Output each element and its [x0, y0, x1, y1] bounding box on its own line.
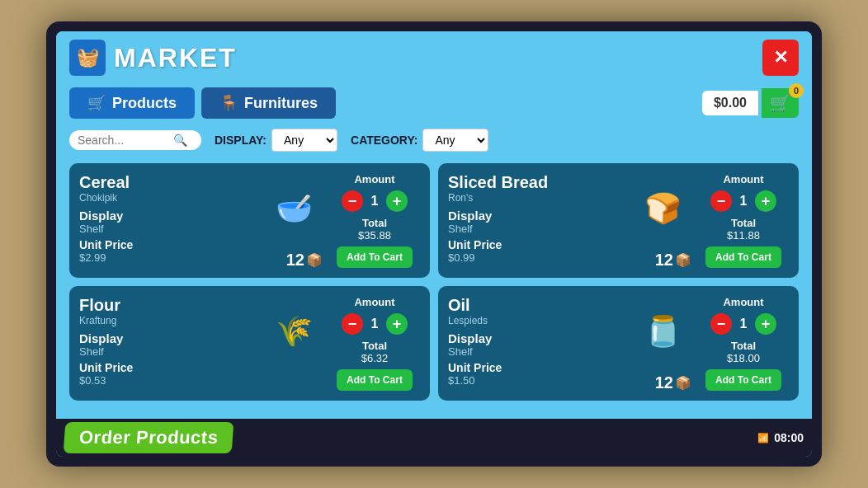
- product-right-sliced-bread: Amount − 1 + Total $11.88 Add To Cart: [698, 173, 789, 268]
- product-display-val-sliced-bread: Shelf: [448, 223, 627, 235]
- amount-controls-flour: − 1 +: [342, 313, 408, 335]
- product-display-val-flour: Shelf: [79, 345, 258, 358]
- product-right-oil: Amount − 1 + Total $18.00 Add To Cart: [698, 296, 789, 391]
- total-val-sliced-bread: $11.88: [727, 229, 760, 242]
- amount-plus-sliced-bread[interactable]: +: [755, 190, 776, 212]
- amount-val-sliced-bread: 1: [735, 194, 752, 209]
- display-label: DISPLAY:: [215, 134, 267, 147]
- amount-plus-oil[interactable]: +: [755, 313, 776, 335]
- product-image-sliced-bread: 🍞: [634, 173, 691, 243]
- product-qty-badge-sliced-bread: 12 📦: [655, 251, 691, 270]
- furnitures-icon: 🪑: [219, 94, 238, 112]
- product-card-oil: Oil Lespieds Display Shelf Unit Price $1…: [438, 286, 799, 401]
- close-button[interactable]: ✕: [762, 40, 799, 76]
- product-display-label-cereal: Display: [79, 209, 258, 223]
- products-grid: Cereal Chokipik Display Shelf Unit Price…: [56, 158, 812, 407]
- amount-controls-sliced-bread: − 1 +: [710, 190, 776, 212]
- qty-icon-cereal: 📦: [306, 252, 323, 268]
- display-select[interactable]: Any Shelf: [271, 129, 337, 152]
- add-to-cart-oil[interactable]: Add To Cart: [705, 369, 781, 391]
- product-brand-sliced-bread: Ron's: [448, 192, 627, 204]
- product-info-sliced-bread: Sliced Bread Ron's Display Shelf Unit Pr…: [448, 173, 627, 268]
- product-card-flour: Flour Kraftung Display Shelf Unit Price …: [69, 286, 430, 401]
- category-filter-group: CATEGORY: Any Food: [351, 129, 488, 152]
- amount-plus-flour[interactable]: +: [386, 313, 408, 335]
- amount-minus-cereal[interactable]: −: [342, 190, 363, 212]
- amount-minus-oil[interactable]: −: [710, 313, 732, 335]
- product-qty-badge-oil: 12 📦: [655, 373, 691, 392]
- title-left: 🧺 MARKET: [69, 40, 237, 76]
- product-display-label-sliced-bread: Display: [448, 209, 627, 223]
- tab-furnitures-label: Furnitures: [244, 95, 318, 112]
- monitor: 🧺 MARKET ✕ 🛒 Products 🪑 Furnitures $0.00: [46, 21, 822, 467]
- cart-price: $0.00: [702, 91, 758, 115]
- search-icon: 🔍: [173, 134, 187, 147]
- qty-icon-oil: 📦: [675, 375, 691, 391]
- product-info-oil: Oil Lespieds Display Shelf Unit Price $1…: [448, 296, 627, 391]
- total-val-cereal: $35.88: [358, 229, 391, 242]
- amount-minus-flour[interactable]: −: [342, 313, 363, 335]
- amount-plus-cereal[interactable]: +: [386, 190, 408, 212]
- product-price-val-oil: $1.50: [448, 374, 627, 387]
- display-filter-group: DISPLAY: Any Shelf: [215, 129, 337, 152]
- total-section-flour: Total $6.32: [361, 340, 389, 364]
- product-info-cereal: Cereal Chokipik Display Shelf Unit Price…: [79, 173, 258, 268]
- total-section-cereal: Total $35.88: [358, 217, 391, 242]
- product-name-flour: Flour: [79, 296, 258, 315]
- total-val-flour: $6.32: [361, 352, 389, 364]
- product-image-oil: 🫙: [634, 296, 691, 366]
- screen: 🧺 MARKET ✕ 🛒 Products 🪑 Furnitures $0.00: [56, 31, 812, 457]
- product-right-flour: Amount − 1 + Total $6.32 Add To Cart: [329, 296, 420, 391]
- category-select[interactable]: Any Food: [422, 129, 488, 152]
- product-price-val-flour: $0.53: [79, 374, 258, 387]
- total-label-flour: Total: [361, 340, 389, 352]
- products-icon: 🛒: [87, 94, 106, 112]
- product-card-sliced-bread: Sliced Bread Ron's Display Shelf Unit Pr…: [438, 163, 799, 278]
- product-price-val-sliced-bread: $0.99: [448, 251, 627, 264]
- add-to-cart-cereal[interactable]: Add To Cart: [337, 246, 413, 268]
- cart-button[interactable]: 🛒 0: [762, 88, 799, 118]
- amount-val-flour: 1: [366, 317, 383, 331]
- product-display-val-oil: Shelf: [448, 345, 627, 358]
- order-products-badge[interactable]: Order Products: [64, 422, 234, 453]
- product-qty-badge-cereal: 12 📦: [286, 251, 323, 270]
- product-name-sliced-bread: Sliced Bread: [448, 173, 627, 192]
- product-price-label-flour: Unit Price: [79, 361, 258, 374]
- qty-num-oil: 12: [655, 373, 673, 392]
- add-to-cart-sliced-bread[interactable]: Add To Cart: [705, 246, 781, 268]
- cart-badge: 0: [789, 83, 804, 98]
- product-price-label-cereal: Unit Price: [79, 238, 258, 251]
- category-label: CATEGORY:: [351, 134, 417, 147]
- nav-bar: 🛒 Products 🪑 Furnitures $0.00 🛒 0: [56, 84, 812, 122]
- amount-label-sliced-bread: Amount: [723, 173, 763, 185]
- total-label-sliced-bread: Total: [727, 217, 760, 229]
- tab-products[interactable]: 🛒 Products: [69, 87, 195, 119]
- tab-furnitures[interactable]: 🪑 Furnitures: [201, 87, 336, 119]
- amount-controls-cereal: − 1 +: [342, 190, 408, 212]
- title-bar: 🧺 MARKET ✕: [56, 31, 812, 84]
- product-display-val-cereal: Shelf: [79, 223, 258, 235]
- product-info-flour: Flour Kraftung Display Shelf Unit Price …: [79, 296, 258, 391]
- cart-area: $0.00 🛒 0: [702, 88, 799, 118]
- qty-num-cereal: 12: [286, 251, 304, 270]
- search-input[interactable]: [78, 134, 168, 147]
- qty-icon-sliced-bread: 📦: [675, 252, 691, 268]
- basket-icon: 🧺: [69, 40, 106, 76]
- product-image-flour: 🌾: [265, 296, 323, 366]
- system-time: 08:00: [774, 431, 804, 444]
- amount-val-cereal: 1: [366, 194, 383, 209]
- product-name-oil: Oil: [448, 296, 627, 315]
- product-display-label-oil: Display: [448, 331, 627, 345]
- amount-label-flour: Amount: [354, 296, 394, 308]
- product-price-val-cereal: $2.99: [79, 251, 258, 264]
- product-price-label-oil: Unit Price: [448, 361, 627, 374]
- amount-minus-sliced-bread[interactable]: −: [710, 190, 732, 212]
- add-to-cart-flour[interactable]: Add To Cart: [337, 369, 413, 391]
- product-display-label-flour: Display: [79, 331, 258, 345]
- status-right: 📶 08:00: [757, 431, 804, 444]
- product-brand-flour: Kraftung: [79, 315, 258, 326]
- total-val-oil: $18.00: [727, 352, 760, 364]
- product-right-cereal: Amount − 1 + Total $35.88 Add To Cart: [329, 173, 420, 268]
- amount-label-cereal: Amount: [354, 173, 394, 185]
- product-brand-oil: Lespieds: [448, 315, 627, 326]
